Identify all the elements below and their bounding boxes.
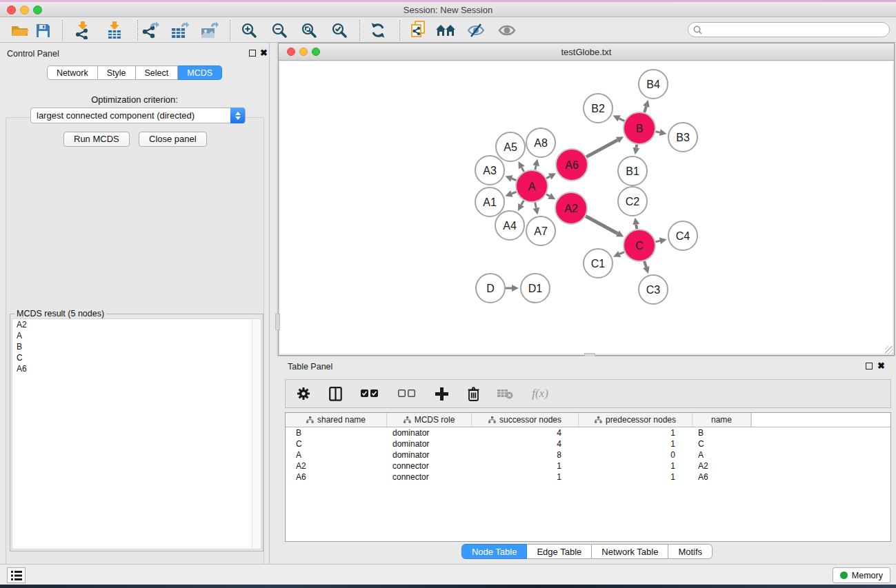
table-row-A[interactable]: Adominator80A — [286, 449, 890, 460]
close-panel-button[interactable]: Close panel — [139, 132, 207, 147]
cell-successor-nodes[interactable]: 4 — [472, 427, 579, 438]
save-session-button[interactable] — [31, 21, 54, 40]
network-window-titlebar[interactable]: testGlobe.txt — [279, 43, 894, 61]
cell-predecessor-nodes[interactable]: 1 — [579, 472, 693, 483]
tab-select[interactable]: Select — [136, 65, 179, 80]
delete-button[interactable] — [465, 385, 481, 403]
tab-network[interactable]: Network — [47, 65, 98, 80]
edge-B-B4[interactable] — [644, 106, 646, 112]
edge-A-A7[interactable] — [535, 203, 537, 208]
float-panel-icon[interactable] — [249, 50, 256, 57]
zoom-fit-button[interactable] — [297, 21, 321, 40]
cell-MCDS-role[interactable]: connector — [387, 460, 472, 472]
mcds-result-item[interactable]: A — [12, 330, 261, 341]
cell-shared-name[interactable]: C — [286, 438, 387, 449]
result-list-scrollbar[interactable] — [252, 319, 261, 549]
network-graph[interactable]: B4B2BB3A5A8A6A3B1AA1C2A2A4A7CC4C1C3DD1 — [280, 61, 893, 354]
edge-A-A8[interactable] — [535, 165, 536, 170]
table-row-B[interactable]: Bdominator41B — [286, 427, 890, 438]
cell-shared-name[interactable]: A — [286, 449, 387, 460]
run-mcds-button[interactable]: Run MCDS — [63, 132, 130, 147]
open-session-button[interactable] — [8, 21, 31, 40]
tab-network-table[interactable]: Network Table — [592, 544, 668, 559]
mcds-result-item[interactable]: C — [12, 352, 261, 363]
edge-C-C3[interactable] — [644, 261, 646, 267]
new-network-from-selection-button[interactable] — [407, 21, 430, 40]
cell-predecessor-nodes[interactable]: 1 — [579, 460, 693, 472]
export-network-button[interactable] — [139, 21, 162, 40]
edge-A-A1[interactable] — [512, 192, 517, 194]
cell-shared-name[interactable]: B — [286, 427, 387, 438]
network-canvas[interactable]: B4B2BB3A5A8A6A3B1AA1C2A2A4A7CC4C1C3DD1 — [280, 61, 893, 354]
function-builder-button[interactable]: f(x) — [528, 385, 552, 403]
cell-predecessor-nodes[interactable]: 1 — [579, 427, 693, 438]
edge-A-A6[interactable] — [546, 176, 550, 179]
edge-A-A2[interactable] — [546, 194, 550, 196]
cell-MCDS-role[interactable]: dominator — [387, 427, 472, 438]
deselect-all-button[interactable] — [396, 385, 418, 403]
show-columns-button[interactable] — [327, 385, 344, 403]
cell-successor-nodes[interactable]: 4 — [472, 438, 579, 449]
optimization-criterion-dropdown[interactable]: largest connected component (directed) — [30, 108, 246, 123]
float-table-panel-icon[interactable] — [866, 363, 873, 369]
cell-name[interactable]: A6 — [693, 472, 751, 483]
tab-mcds[interactable]: MCDS — [178, 65, 222, 80]
close-table-panel-icon[interactable]: ✖ — [877, 363, 885, 369]
edge-A2-C[interactable] — [586, 216, 617, 233]
tab-motifs[interactable]: Motifs — [668, 544, 713, 559]
panel-divider-handle-left[interactable] — [275, 314, 280, 330]
window-resize-grip[interactable] — [885, 346, 893, 354]
close-panel-icon[interactable]: ✖ — [260, 50, 268, 57]
zoom-selected-button[interactable] — [328, 21, 351, 40]
mcds-result-item[interactable]: A6 — [12, 363, 261, 374]
export-image-button[interactable] — [198, 21, 221, 40]
import-network-button[interactable] — [71, 21, 94, 40]
cell-predecessor-nodes[interactable]: 1 — [579, 438, 693, 449]
table-row-A6[interactable]: A6connector11A6 — [286, 472, 890, 483]
cell-MCDS-role[interactable]: dominator — [387, 449, 472, 460]
first-neighbors-button[interactable] — [435, 21, 458, 40]
edge-A6-B[interactable] — [586, 140, 617, 156]
edge-B-B3[interactable] — [656, 132, 660, 132]
cell-MCDS-role[interactable]: connector — [387, 472, 472, 483]
tab-style[interactable]: Style — [98, 65, 136, 80]
column-header-name[interactable]: name — [693, 413, 751, 427]
edge-A-A4[interactable] — [521, 201, 524, 205]
cell-name[interactable]: C — [693, 438, 751, 449]
edge-B-B2[interactable] — [619, 119, 625, 121]
mcds-result-item[interactable]: A2 — [12, 319, 261, 330]
edge-B-B1[interactable] — [636, 145, 637, 148]
edge-A-A5[interactable] — [521, 168, 524, 172]
add-button[interactable] — [433, 385, 450, 403]
delete-table-button[interactable] — [497, 385, 513, 403]
cell-MCDS-role[interactable]: dominator — [387, 438, 472, 449]
mcds-result-list[interactable]: A2ABCA6 — [12, 318, 261, 549]
cell-successor-nodes[interactable]: 1 — [472, 472, 579, 483]
table-row-C[interactable]: Cdominator41C — [286, 438, 890, 449]
table-settings-button[interactable] — [295, 385, 312, 403]
show-all-button[interactable] — [495, 21, 519, 40]
edge-C-C1[interactable] — [619, 252, 624, 254]
task-history-button[interactable] — [7, 567, 26, 583]
cell-successor-nodes[interactable]: 1 — [472, 460, 579, 472]
cell-shared-name[interactable]: A2 — [286, 460, 387, 472]
zoom-out-button[interactable] — [268, 21, 291, 40]
edge-C-C2[interactable] — [636, 225, 637, 230]
import-table-button[interactable] — [103, 21, 126, 40]
cell-successor-nodes[interactable]: 8 — [472, 449, 579, 460]
edge-A-A3[interactable] — [512, 179, 517, 181]
column-header-MCDS-role[interactable]: MCDS role — [387, 413, 472, 427]
mcds-result-item[interactable]: B — [12, 341, 261, 352]
tab-node-table[interactable]: Node Table — [461, 544, 528, 559]
zoom-in-button[interactable] — [237, 21, 261, 40]
column-header-predecessor-nodes[interactable]: predecessor nodes — [579, 413, 693, 427]
edge-C-C4[interactable] — [655, 241, 659, 241]
tab-edge-table[interactable]: Edge Table — [527, 544, 592, 559]
search-input[interactable] — [706, 25, 889, 34]
select-all-button[interactable] — [359, 385, 381, 403]
export-table-button[interactable] — [168, 21, 192, 40]
hide-selected-button[interactable] — [464, 21, 488, 40]
column-header-shared-name[interactable]: shared name — [286, 413, 387, 427]
cell-name[interactable]: A2 — [693, 460, 751, 472]
table-row-A2[interactable]: A2connector11A2 — [286, 460, 890, 472]
